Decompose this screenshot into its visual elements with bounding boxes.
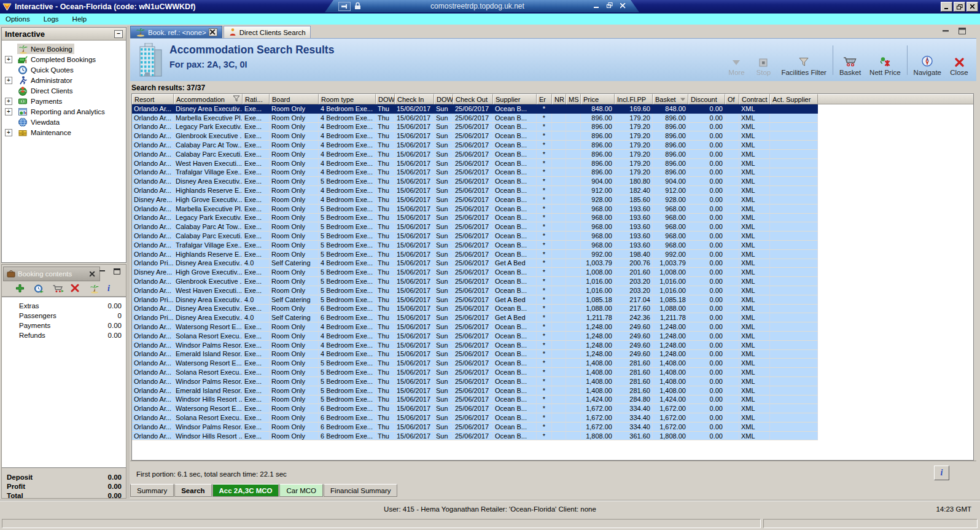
table-row[interactable]: Orlando Ar...Windsor Hills Resort ...Exe…	[132, 396, 818, 405]
table-row[interactable]: Disney Are...High Grove Executiv...Exe..…	[132, 195, 818, 205]
col-header-contract-18[interactable]: Contract	[739, 94, 770, 104]
sidebar-item-quick-quotes[interactable]: Quick Quotes	[2, 64, 126, 75]
table-row[interactable]: Orlando Pri...Disney Area Executiv...4.0…	[132, 313, 818, 322]
expand-toggle-icon[interactable]: +	[5, 56, 12, 63]
table-row[interactable]: Orlando Ar...Glenbrook Executive ...Exe.…	[132, 277, 818, 286]
basket-button[interactable]: Basket	[835, 41, 865, 79]
tab-book-ref-none[interactable]: Book. ref.: <none>	[130, 26, 222, 38]
table-row[interactable]: Orlando Ar...West Haven Executi...Exe...…	[132, 159, 818, 168]
bottom-tab-car-mco[interactable]: Car MCO	[279, 484, 323, 497]
booking-contents-tab[interactable]: Booking contents	[3, 267, 100, 281]
table-row[interactable]: Orlando Ar...Watersong Resort E...Exe...…	[132, 359, 818, 368]
main-minimize-icon[interactable]	[943, 28, 950, 37]
table-row[interactable]: Orlando Ar...Legacy Park Executiv...Exe.…	[132, 214, 818, 223]
minimize-button[interactable]	[941, 2, 952, 12]
table-row[interactable]: Orlando Ar...Windsor Palms Resor...Exe..…	[132, 377, 818, 386]
bottom-tab-summary[interactable]: Summary	[130, 484, 174, 497]
table-row[interactable]: Orlando Ar...Disney Area Executiv...Exe.…	[132, 177, 818, 186]
table-row[interactable]: Orlando Ar...Trafalgar Village Exe...Exe…	[132, 241, 818, 250]
col-header-price-13[interactable]: Price	[581, 94, 615, 104]
col-header-board-3[interactable]: Board	[270, 94, 319, 104]
table-row[interactable]: Orlando Ar...Solana Resort Execu...Exe..…	[132, 413, 818, 423]
close-tab-icon[interactable]	[88, 270, 96, 278]
rdp-restore-icon[interactable]	[607, 2, 613, 10]
table-row[interactable]: Orlando Ar...Watersong Resort E...Exe...…	[132, 404, 818, 413]
table-row[interactable]: Orlando Ar...Highlands Reserve E...Exe..…	[132, 250, 818, 259]
bottom-tab-acc-2a-3c-mco[interactable]: Acc 2A,3C MCO	[212, 484, 279, 497]
col-header-accommodation-1[interactable]: Accommodation	[174, 94, 243, 104]
panel-maximize-icon[interactable]	[114, 268, 121, 277]
table-row[interactable]: Orlando Pri...Disney Area Executiv...4.0…	[132, 295, 818, 305]
sidebar-item-administrator[interactable]: +Administrator	[2, 75, 126, 85]
sidebar-item-completed-bookings[interactable]: +Completed Bookings	[2, 54, 126, 64]
main-maximize-icon[interactable]	[959, 28, 966, 37]
table-row[interactable]: Orlando Ar...Disney Area Executiv...Exe.…	[132, 104, 818, 114]
col-header-resort-0[interactable]: Resort	[132, 94, 174, 104]
col-header-check-in-6[interactable]: Check In	[395, 94, 434, 104]
close-button[interactable]	[966, 2, 978, 12]
bottom-tab-search[interactable]: Search	[174, 484, 211, 497]
table-row[interactable]: Orlando Ar...Legacy Park Executiv...Exe.…	[132, 123, 818, 132]
restore-button[interactable]	[954, 2, 965, 12]
bottom-tab-financial-summary[interactable]: Financial Summary	[324, 484, 397, 497]
table-row[interactable]: Orlando Ar...Calabay Parc Executi...Exe.…	[132, 232, 818, 241]
delete-icon[interactable]	[71, 284, 82, 294]
table-row[interactable]: Disney Are...High Grove Executiv...Exe..…	[132, 268, 818, 277]
holiday-icon[interactable]	[89, 284, 100, 294]
menu-logs[interactable]: Logs	[44, 15, 59, 23]
table-row[interactable]: Orlando Ar...Watersong Resort E...Exe...…	[132, 322, 818, 332]
table-row[interactable]: Orlando Ar...Highlands Reserve E...Exe..…	[132, 186, 818, 195]
table-row[interactable]: Orlando Ar...Calabay Parc At Tow...Exe..…	[132, 141, 818, 150]
nett-price-button[interactable]: Nett Price	[865, 41, 905, 79]
collapse-panel-button[interactable]: –	[114, 30, 123, 38]
expand-toggle-icon[interactable]: +	[5, 129, 12, 136]
sidebar-item-direct-clients[interactable]: Direct Clients	[2, 85, 126, 96]
filter-funnel-icon[interactable]	[233, 95, 240, 103]
col-header-nr-11[interactable]: NR	[552, 94, 566, 104]
col-header-er-10[interactable]: Er	[537, 94, 552, 104]
col-header-rati-2[interactable]: Rati...	[243, 94, 270, 104]
filter-button[interactable]: Facilities Filter	[777, 41, 830, 79]
pin-icon[interactable]	[338, 2, 351, 11]
table-row[interactable]: Orlando Ar...Trafalgar Village Exe...Exe…	[132, 168, 818, 177]
sidebar-item-maintenance[interactable]: +Maintenance	[2, 127, 126, 138]
navigate-button[interactable]: Navigate	[909, 41, 946, 79]
table-row[interactable]: Orlando Ar...Glenbrook Executive ...Exe.…	[132, 131, 818, 141]
rdp-minimize-icon[interactable]	[594, 2, 599, 10]
availability-icon[interactable]	[34, 284, 45, 294]
table-row[interactable]: Orlando Ar...Solana Resort Execu...Exe..…	[132, 368, 818, 377]
col-header-discount-16[interactable]: Discount	[688, 94, 725, 104]
sidebar-item-new-booking[interactable]: New Booking	[2, 44, 126, 54]
menu-help[interactable]: Help	[72, 15, 87, 23]
sidebar-item-reporting-and-analytics[interactable]: +Reporting and Analytics	[2, 106, 126, 117]
table-row[interactable]: Orlando Ar...Windsor Hills Resort ...Exe…	[132, 432, 818, 441]
panel-minimize-icon[interactable]	[99, 268, 106, 277]
expand-toggle-icon[interactable]: +	[5, 77, 12, 84]
table-row[interactable]: Orlando Ar...Marbella Executive Pl...Exe…	[132, 114, 818, 123]
sidebar-item-payments[interactable]: +Payments	[2, 96, 126, 106]
table-row[interactable]: Orlando Ar...Calabay Parc Executi...Exe.…	[132, 150, 818, 159]
col-header-supplier-9[interactable]: Supplier	[493, 94, 537, 104]
table-row[interactable]: Orlando Ar...Emerald Island Resor...Exe.…	[132, 350, 818, 359]
col-header-of-17[interactable]: Of	[725, 94, 739, 104]
info-icon[interactable]: i	[107, 284, 119, 294]
close-button[interactable]: Close	[946, 41, 973, 79]
basket-move-icon[interactable]	[52, 284, 63, 294]
table-row[interactable]: Orlando Ar...Marbella Executive Pl...Exe…	[132, 205, 818, 214]
col-header-ms-12[interactable]: MS	[566, 94, 581, 104]
rdp-close-icon[interactable]	[620, 2, 626, 10]
table-row[interactable]: Orlando Ar...Solana Resort Execu...Exe..…	[132, 332, 818, 341]
table-row[interactable]: Orlando Pri...Disney Area Executiv...4.0…	[132, 259, 818, 268]
sidebar-item-viewdata[interactable]: Viewdata	[2, 117, 126, 127]
col-header-incl-fl-pp-14[interactable]: Incl.Fl.PP	[615, 94, 653, 104]
col-header-basket-15[interactable]: Basket	[653, 94, 688, 104]
table-row[interactable]: Orlando Ar...Disney Area Executiv...Exe.…	[132, 305, 818, 314]
table-row[interactable]: Orlando Ar...Windsor Palms Resor...Exe..…	[132, 341, 818, 350]
col-header-dow-7[interactable]: DOW	[434, 94, 453, 104]
table-row[interactable]: Orlando Ar...Calabay Parc At Tow...Exe..…	[132, 222, 818, 232]
info-button[interactable]: i	[934, 466, 949, 480]
table-row[interactable]: Orlando Ar...Emerald Island Resor...Exe.…	[132, 386, 818, 396]
add-icon[interactable]	[15, 284, 26, 294]
col-header-check-out-8[interactable]: Check Out	[453, 94, 493, 104]
table-row[interactable]: Orlando Ar...Windsor Palms Resor...Exe..…	[132, 423, 818, 432]
